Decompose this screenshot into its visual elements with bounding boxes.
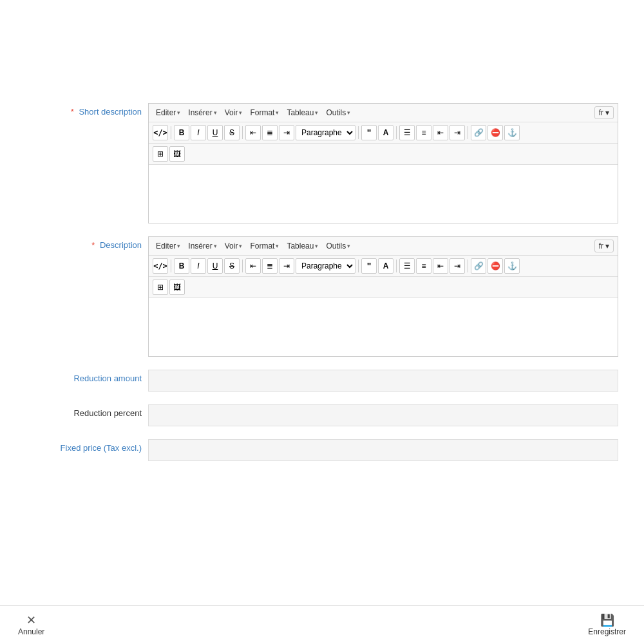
btn-table-2[interactable]: ⊞ (153, 279, 168, 295)
btn-code-2[interactable]: </> (153, 258, 168, 274)
btn-fontcolor-2[interactable]: A (378, 258, 393, 274)
btn-anchor-2[interactable]: ⚓ (504, 258, 520, 274)
btn-code-1[interactable]: </> (153, 125, 168, 140)
btn-underline-2[interactable]: U (207, 258, 223, 274)
reduction-amount-row: Reduction amount (26, 370, 618, 392)
sep5-2 (468, 260, 468, 272)
description-body[interactable] (149, 298, 618, 356)
btn-anchor-1[interactable]: ⚓ (504, 125, 520, 140)
btn-unlink-2[interactable]: ⛔ (488, 258, 503, 274)
short-description-label: * Short description (26, 103, 142, 117)
menu-outils-1[interactable]: Outils ▾ (323, 107, 354, 118)
reduction-amount-input[interactable] (148, 370, 618, 392)
reduction-percent-label: Reduction percent (26, 404, 142, 418)
paragraph-select-2[interactable]: Paragraphe Titre 1 Titre 2 Titre 3 (296, 258, 355, 274)
menu-voir-2[interactable]: Voir ▾ (222, 240, 246, 252)
btn-underline-1[interactable]: U (207, 125, 223, 140)
code-icon: </> (153, 128, 167, 137)
fixed-price-text: Fixed price (Tax excl.) (61, 443, 142, 453)
sep3-2 (358, 260, 359, 272)
description-row: * Description Editer ▾ Insérer ▾ Voir ▾ … (26, 236, 618, 357)
menu-tableau-1[interactable]: Tableau ▾ (283, 107, 321, 118)
lang-badge-2[interactable]: fr ▾ (594, 240, 614, 252)
btn-table-1[interactable]: ⊞ (153, 146, 168, 162)
btn-quote-1[interactable]: " (361, 125, 377, 140)
btn-link-1[interactable]: 🔗 (471, 125, 486, 140)
sep4-2 (396, 260, 397, 272)
menu-outils-2[interactable]: Outils ▾ (323, 240, 354, 252)
short-description-toolbar: </> B I U S ⇤ ≣ ⇥ Paragraphe Titre 1 Tit… (149, 122, 618, 144)
btn-align-left-2[interactable]: ⇤ (245, 258, 261, 274)
btn-indent-1[interactable]: ⇤ (433, 125, 448, 140)
btn-align-left-1[interactable]: ⇤ (245, 125, 261, 140)
menu-inserer-1[interactable]: Insérer ▾ (185, 107, 220, 118)
menu-editer-2[interactable]: Editer ▾ (153, 240, 184, 252)
page-wrapper: * Short description Editer ▾ Insérer ▾ V… (0, 0, 644, 644)
btn-image-1[interactable]: 🖼 (169, 146, 185, 162)
btn-ul-1[interactable]: ☰ (399, 125, 415, 140)
short-description-body[interactable] (149, 165, 618, 223)
reduction-percent-row: Reduction percent (26, 404, 618, 426)
btn-quote-2[interactable]: " (361, 258, 377, 274)
bottom-bar: ✕ Annuler 💾 Enregistrer (0, 605, 644, 644)
btn-italic-1[interactable]: I (191, 125, 206, 140)
sep2 (242, 126, 243, 139)
form-section: * Short description Editer ▾ Insérer ▾ V… (26, 103, 618, 461)
paragraph-select-1[interactable]: Paragraphe Titre 1 Titre 2 Titre 3 (296, 125, 355, 140)
btn-align-center-2[interactable]: ≣ (262, 258, 278, 274)
cancel-icon: ✕ (26, 614, 36, 626)
description-toolbar2: ⊞ 🖼 (149, 277, 618, 298)
cancel-label: Annuler (18, 627, 44, 636)
btn-bold-2[interactable]: B (174, 258, 189, 274)
btn-link-2[interactable]: 🔗 (471, 258, 486, 274)
btn-strike-1[interactable]: S (224, 125, 240, 140)
menu-editer-1[interactable]: Editer ▾ (153, 107, 184, 118)
btn-image-2[interactable]: 🖼 (169, 279, 185, 295)
reduction-percent-text: Reduction percent (73, 408, 142, 418)
code-icon-2: </> (153, 261, 167, 270)
description-label: * Description (26, 236, 142, 250)
btn-unlink-1[interactable]: ⛔ (488, 125, 503, 140)
description-text: Description (100, 240, 142, 250)
short-description-menubar: Editer ▾ Insérer ▾ Voir ▾ Format ▾ Table… (149, 104, 618, 122)
menu-tableau-2[interactable]: Tableau ▾ (283, 240, 321, 252)
sep3 (358, 126, 359, 139)
btn-italic-2[interactable]: I (191, 258, 206, 274)
description-editor: Editer ▾ Insérer ▾ Voir ▾ Format ▾ Table… (148, 236, 618, 357)
btn-ol-2[interactable]: ≡ (416, 258, 431, 274)
lang-badge-1[interactable]: fr ▾ (594, 106, 614, 119)
short-description-text: Short description (79, 107, 142, 117)
fixed-price-row: Fixed price (Tax excl.) (26, 439, 618, 461)
sep1-2 (171, 260, 171, 272)
menu-format-1[interactable]: Format ▾ (247, 107, 282, 118)
short-description-toolbar2: ⊞ 🖼 (149, 144, 618, 165)
menu-format-2[interactable]: Format ▾ (247, 240, 282, 252)
btn-bold-1[interactable]: B (174, 125, 189, 140)
fixed-price-input[interactable] (148, 439, 618, 461)
menu-inserer-2[interactable]: Insérer ▾ (185, 240, 220, 252)
btn-align-center-1[interactable]: ≣ (262, 125, 278, 140)
sep1 (171, 126, 171, 139)
btn-strike-2[interactable]: S (224, 258, 240, 274)
reduction-amount-label: Reduction amount (26, 370, 142, 383)
fixed-price-label: Fixed price (Tax excl.) (26, 439, 142, 453)
btn-outdent-2[interactable]: ⇥ (450, 258, 465, 274)
short-description-editor: Editer ▾ Insérer ▾ Voir ▾ Format ▾ Table… (148, 103, 618, 223)
sep4 (396, 126, 397, 139)
cancel-button[interactable]: ✕ Annuler (13, 612, 50, 639)
btn-ol-1[interactable]: ≡ (416, 125, 431, 140)
menu-voir-1[interactable]: Voir ▾ (222, 107, 246, 118)
btn-align-right-2[interactable]: ⇥ (279, 258, 294, 274)
sep5 (468, 126, 468, 139)
sep2-2 (242, 260, 243, 272)
reduction-percent-input[interactable] (148, 404, 618, 426)
required-star: * (71, 107, 74, 117)
btn-outdent-1[interactable]: ⇥ (450, 125, 465, 140)
btn-align-right-1[interactable]: ⇥ (279, 125, 294, 140)
description-toolbar: </> B I U S ⇤ ≣ ⇥ Paragraphe Titre 1 Tit… (149, 256, 618, 277)
btn-ul-2[interactable]: ☰ (399, 258, 415, 274)
save-button[interactable]: 💾 Enregistrer (583, 612, 631, 639)
save-icon: 💾 (600, 614, 614, 626)
btn-fontcolor-1[interactable]: A (378, 125, 393, 140)
btn-indent-2[interactable]: ⇤ (433, 258, 448, 274)
